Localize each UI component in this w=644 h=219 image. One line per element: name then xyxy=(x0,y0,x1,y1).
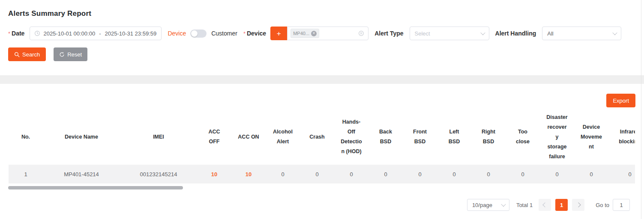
column-header: Too close xyxy=(506,109,540,165)
chevron-down-icon xyxy=(613,30,617,35)
device-tag-label: MP40... xyxy=(293,31,309,36)
reset-button-label: Reset xyxy=(67,51,82,58)
table-cell: 0 xyxy=(506,165,540,183)
action-buttons: Search Reset xyxy=(8,47,644,61)
search-button[interactable]: Search xyxy=(8,47,46,61)
alert-handling-label: Alert Handling xyxy=(495,30,536,37)
page-right-divider xyxy=(641,0,641,219)
column-header: ACC OFF xyxy=(197,109,231,165)
column-header: Infrared blocking xyxy=(608,109,635,165)
alerts-summary-table: No.Device NameIMEIACC OFFACC ONAlcohol A… xyxy=(9,109,635,183)
table-header-row: No.Device NameIMEIACC OFFACC ONAlcohol A… xyxy=(9,109,635,165)
column-header: Disaster recovery storage failure xyxy=(540,109,574,165)
column-header: IMEI xyxy=(120,109,197,165)
column-header: Alcohol Alert xyxy=(266,109,300,165)
chevron-down-icon xyxy=(480,30,485,35)
table-row: 1MP401-45214001232145214101000000000000 xyxy=(9,165,635,183)
column-header: Front BSD xyxy=(403,109,437,165)
table-cell: 0 xyxy=(300,165,334,183)
alert-handling-value: All xyxy=(547,30,553,37)
table-cell: 0 xyxy=(334,165,368,183)
search-button-label: Search xyxy=(22,51,40,58)
table-cell[interactable]: 10 xyxy=(231,165,266,183)
toggle-knob xyxy=(191,30,198,37)
alerts-table-container: No.Device NameIMEIACC OFFACC ONAlcohol A… xyxy=(9,109,635,183)
page-size-select[interactable]: 10/page xyxy=(467,199,509,211)
chevron-right-icon xyxy=(576,202,581,207)
alert-type-select[interactable]: Select xyxy=(410,27,489,40)
section-divider xyxy=(0,75,644,84)
page-title: Alerts Summary Report xyxy=(0,0,644,18)
device-input[interactable]: MP40... × xyxy=(287,27,368,40)
device-tag: MP40... × xyxy=(291,29,319,38)
prev-page-button[interactable] xyxy=(539,199,551,211)
chevron-left-icon xyxy=(542,202,547,207)
table-toolbar: Export xyxy=(0,94,635,107)
date-label: *Date xyxy=(8,30,24,37)
column-header: Device Movement xyxy=(574,109,608,165)
table-cell: 0 xyxy=(574,165,608,183)
table-cell: 0 xyxy=(266,165,300,183)
toggle-customer-label: Customer xyxy=(211,30,237,37)
toggle-device-label: Device xyxy=(168,30,186,37)
column-header: Crash xyxy=(300,109,334,165)
date-separator: - xyxy=(99,30,101,37)
alert-type-placeholder: Select xyxy=(415,30,430,37)
required-mark: * xyxy=(8,30,10,37)
refresh-icon xyxy=(59,52,65,57)
table-cell: 001232145214 xyxy=(120,165,197,183)
goto-label: Go to xyxy=(596,202,609,208)
column-header: No. xyxy=(9,109,43,165)
column-header: Right BSD xyxy=(471,109,506,165)
table-cell: 0 xyxy=(437,165,471,183)
column-header: Left BSD xyxy=(437,109,471,165)
close-icon[interactable]: × xyxy=(311,31,317,36)
goto-page-input[interactable] xyxy=(613,199,630,211)
search-icon xyxy=(14,52,20,57)
date-end-value: 2025-10-31 23:59:59 xyxy=(105,30,156,37)
clock-icon xyxy=(34,30,40,36)
export-button[interactable]: Export xyxy=(606,94,635,107)
horizontal-scrollbar-thumb[interactable] xyxy=(8,186,183,189)
add-device-button[interactable]: + xyxy=(270,27,287,40)
table-cell[interactable]: 10 xyxy=(197,165,231,183)
table-cell: 0 xyxy=(540,165,574,183)
circle-close-icon[interactable] xyxy=(358,30,364,36)
device-label: *Device xyxy=(243,30,266,37)
column-header: ACC ON xyxy=(231,109,266,165)
next-page-button[interactable] xyxy=(572,199,584,211)
page-size-value: 10/page xyxy=(472,202,492,208)
device-select-group: + MP40... × xyxy=(270,27,368,40)
required-mark: * xyxy=(243,30,246,37)
alert-handling-select[interactable]: All xyxy=(542,27,621,40)
current-page-button[interactable]: 1 xyxy=(555,199,568,211)
table-cell: MP401-45214 xyxy=(43,165,120,183)
pagination: 10/page Total 1 1 Go to xyxy=(0,199,630,211)
chevron-down-icon xyxy=(501,202,506,207)
filter-bar: *Date 2025-10-01 00:00:00 - 2025-10-31 2… xyxy=(8,27,635,40)
table-cell: 0 xyxy=(608,165,635,183)
date-start-value: 2025-10-01 00:00:00 xyxy=(43,30,95,37)
total-count: Total 1 xyxy=(516,202,533,208)
table-cell: 0 xyxy=(368,165,403,183)
date-range-input[interactable]: 2025-10-01 00:00:00 - 2025-10-31 23:59:5… xyxy=(30,27,162,40)
column-header: Back BSD xyxy=(368,109,403,165)
table-cell: 0 xyxy=(471,165,506,183)
horizontal-scrollbar-track xyxy=(8,186,635,189)
table-cell: 1 xyxy=(9,165,43,183)
alert-type-label: Alert Type xyxy=(374,30,403,37)
column-header: Hands-Off Detection (HOD) xyxy=(334,109,368,165)
table-cell: 0 xyxy=(403,165,437,183)
column-header: Device Name xyxy=(43,109,120,165)
reset-button[interactable]: Reset xyxy=(54,47,87,61)
device-customer-toggle[interactable] xyxy=(190,30,207,38)
